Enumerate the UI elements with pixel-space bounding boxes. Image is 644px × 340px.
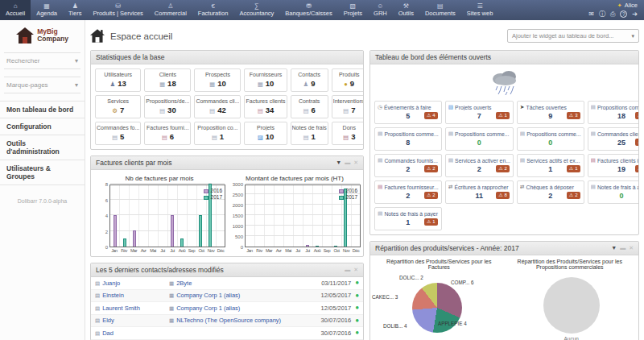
stat-box-contrats[interactable]: Contrats▤6 bbox=[291, 95, 328, 118]
menu-item-agenda[interactable]: ▦Agenda bbox=[31, 0, 63, 20]
menu-item-accueil[interactable]: ⌂Accueil bbox=[0, 0, 31, 20]
dashboard-box-projets-ouverts[interactable]: ▨Projets ouverts7⚠1 bbox=[445, 101, 514, 124]
contact-link[interactable]: ▤Dad bbox=[95, 330, 169, 337]
menu-item-commercial[interactable]: ♙Commercial bbox=[149, 0, 192, 20]
stat-box-proposition-co[interactable]: Proposition co...▤1 bbox=[194, 122, 241, 145]
dashboard-box-label: Chèques à déposer bbox=[526, 185, 574, 190]
menu-item-accountancy[interactable]: ∑Accountancy bbox=[233, 0, 279, 20]
minimize-icon[interactable]: ▬ bbox=[345, 160, 350, 166]
stat-box-commandes-fo[interactable]: Commandes fo...▤5 bbox=[95, 122, 141, 145]
dashboard-box-commandes-fournis[interactable]: ▤Commandes fournis...2⚠2 bbox=[374, 154, 442, 177]
menu-item-tiers[interactable]: ♟Tiers bbox=[63, 0, 87, 20]
logout-icon[interactable]: ➔ bbox=[632, 10, 638, 18]
warning-badge[interactable]: ⚠8 bbox=[496, 192, 510, 199]
menu-item-banques-caisses[interactable]: ⛃Banques/Caisses bbox=[279, 0, 337, 20]
dashboard-box-t-ches-ouvertes[interactable]: ➤Tâches ouvertes9⚠3 bbox=[517, 101, 584, 124]
search-section[interactable]: Rechercher ▾ bbox=[4, 52, 80, 69]
close-icon[interactable]: ✕ bbox=[629, 245, 634, 251]
warning-badge[interactable]: ⚠2 bbox=[424, 165, 438, 172]
stat-box-dons[interactable]: Dons▤3 bbox=[332, 122, 364, 145]
stat-box-factures-fourni[interactable]: Factures fourni...▤6 bbox=[144, 122, 191, 145]
filter-icon[interactable]: ▼ bbox=[611, 245, 617, 251]
document-icon: ▤ bbox=[591, 131, 596, 137]
stat-box-fournisseurs[interactable]: Fournisseurs▦10 bbox=[244, 68, 287, 92]
user-name: Alice bbox=[625, 2, 638, 9]
contact-link[interactable]: ▤Laurent Smith bbox=[95, 305, 169, 312]
help-icon[interactable]: ? bbox=[620, 10, 627, 18]
warning-badge[interactable]: ⚠1 bbox=[496, 112, 510, 119]
company-link[interactable]: ▦2Byte bbox=[169, 280, 321, 287]
warning-badge[interactable]: ⚠2 bbox=[496, 165, 510, 172]
info-icon[interactable]: ⓘ bbox=[599, 10, 605, 19]
contact-link[interactable]: ▤Eldy bbox=[95, 317, 169, 324]
dashboard-box-factures-fournisseur[interactable]: ▤Factures fournisseur...2⚠2 bbox=[374, 180, 442, 204]
stat-box-produits[interactable]: Produits●9 bbox=[332, 68, 364, 92]
close-icon[interactable]: ✕ bbox=[353, 267, 358, 273]
menu-item-documents[interactable]: ▤Documents bbox=[419, 0, 461, 20]
dashboard-box-factures-clients-imp[interactable]: ▤Factures clients imp...19⚠12 bbox=[588, 154, 639, 177]
stat-box-utilisateurs[interactable]: Utilisateurs♟13 bbox=[95, 68, 141, 92]
warning-badge[interactable]: ⚠23 bbox=[635, 139, 639, 146]
filter-icon[interactable]: ▼ bbox=[336, 160, 341, 166]
sidebar-item-outils-d-administration[interactable]: Outils d'administration bbox=[0, 135, 85, 160]
user-link[interactable]: ✦ Alice bbox=[617, 2, 638, 9]
warning-badge[interactable]: ⚠3 bbox=[567, 112, 580, 119]
stat-box-services[interactable]: Services⚙7 bbox=[95, 95, 141, 118]
dashboard-box-propositions-comme[interactable]: ▤Propositions comme...0 bbox=[445, 127, 514, 151]
caret-down-icon: ▾ bbox=[75, 57, 78, 64]
contact-link[interactable]: ▤Juanjo bbox=[95, 280, 169, 287]
chat-icon[interactable]: ✉ bbox=[588, 10, 594, 18]
dashboard-box-services-activer-en[interactable]: ▤Services à activer en...2⚠2 bbox=[445, 154, 514, 177]
company-link[interactable]: ▦Company Corp 1 (alias) bbox=[169, 305, 321, 312]
menu-item-sites-web[interactable]: ☰Sites web bbox=[461, 0, 499, 20]
stat-number: 6 bbox=[312, 106, 316, 114]
minimize-icon[interactable]: ▬ bbox=[620, 245, 625, 251]
contact-row: ▤Laurent Smith▦Company Corp 1 (alias)12/… bbox=[91, 302, 363, 315]
add-widget-select[interactable]: Ajouter le widget au tableau de bord... … bbox=[507, 29, 639, 43]
pie-slice-label-dolib: DOLIB... 4 bbox=[383, 323, 407, 329]
warning-badge[interactable]: ⚠1 bbox=[424, 218, 438, 226]
dashboard-box-critures-rapprocher[interactable]: ⇄Écritures à rapprocher11⚠8 bbox=[445, 180, 514, 204]
company-logo[interactable]: MyBig Company bbox=[0, 20, 85, 52]
company-link[interactable]: ▦Company Corp 1 (alias) bbox=[169, 292, 321, 299]
dashboard-box-v-nements-faire[interactable]: ◷Événements à faire5⚠4 bbox=[374, 101, 442, 124]
menu-item-produits-services[interactable]: ⛁Produits | Services bbox=[87, 0, 148, 20]
dashboard-box-services-actifs-et-ex[interactable]: ▤Services actifs et ex...1⚠1 bbox=[517, 154, 584, 177]
stat-box-propositions-de[interactable]: Propositions/de...▤30 bbox=[144, 95, 191, 118]
stat-box-prospects[interactable]: Prospects▦10 bbox=[194, 68, 241, 92]
stat-box-factures-clients[interactable]: Factures clients▤34 bbox=[244, 95, 287, 118]
warning-badge[interactable]: ⚠4 bbox=[424, 112, 438, 119]
stat-box-notes-de-frais[interactable]: Notes de frais▤1 bbox=[291, 122, 328, 145]
menu-item-outils[interactable]: ⚒Outils bbox=[393, 0, 419, 20]
menu-item-projets[interactable]: ▧Projets bbox=[338, 0, 368, 20]
warning-badge[interactable]: ⚠1 bbox=[567, 165, 580, 172]
dashboard-box-propositions-comme[interactable]: ▤Propositions comme...0 bbox=[517, 127, 584, 151]
sidebar-item-mon-tableau-de-bord[interactable]: Mon tableau de bord bbox=[0, 102, 85, 118]
bookmarks-section[interactable]: Marque-pages ▾ bbox=[4, 77, 80, 93]
contact-link[interactable]: ▤Einstein bbox=[95, 292, 169, 299]
stat-box-projets[interactable]: Projets▨10 bbox=[244, 122, 287, 145]
dashboard-box-propositions-comme[interactable]: ▤Propositions comme...8 bbox=[374, 127, 442, 151]
warning-badge[interactable]: ⚠2 bbox=[424, 192, 438, 199]
warning-badge[interactable]: ⚠12 bbox=[635, 165, 639, 172]
menu-item-facturation[interactable]: €Facturation bbox=[192, 0, 234, 20]
stat-box-contacts[interactable]: Contacts♟9 bbox=[291, 68, 328, 92]
sidebar-item-configuration[interactable]: Configuration bbox=[0, 118, 85, 135]
stat-box-clients[interactable]: Clients▦18 bbox=[144, 68, 191, 92]
stat-box-commandes-cli[interactable]: Commandes cli...▤42 bbox=[194, 95, 241, 118]
dashboard-box-propositions-comme[interactable]: ▤Propositions comme...18⚠17 bbox=[588, 101, 639, 124]
contact-card-icon: ▤ bbox=[95, 330, 100, 336]
dashboard-box-notes-de-frais-appr[interactable]: ▤Notes de frais à appr...0 bbox=[588, 180, 639, 204]
stat-box-interventions[interactable]: Interventions▤7 bbox=[332, 95, 364, 118]
warning-badge[interactable]: ⚠17 bbox=[635, 112, 639, 119]
close-icon[interactable]: ✕ bbox=[353, 160, 358, 166]
sidebar-item-utilisateurs-groupes[interactable]: Utilisateurs & Groupes bbox=[0, 160, 85, 185]
dashboard-box-notes-de-frais-payer[interactable]: ▤Notes de frais à payer1⚠1 bbox=[374, 207, 442, 230]
warning-badge[interactable]: ⚠2 bbox=[567, 192, 580, 199]
dashboard-box-commandes-clients[interactable]: ▤Commandes clients ...25⚠23 bbox=[588, 127, 639, 151]
minimize-icon[interactable]: ▬ bbox=[345, 267, 350, 273]
menu-item-grh[interactable]: ☺GRH bbox=[368, 0, 393, 20]
company-link[interactable]: ▦NLTechno (The OpenSource company) bbox=[169, 317, 321, 324]
print-icon[interactable]: ⎙ bbox=[610, 10, 615, 19]
dashboard-box-ch-ques-d-poser[interactable]: ⇄Chèques à déposer2⚠2 bbox=[517, 180, 584, 204]
